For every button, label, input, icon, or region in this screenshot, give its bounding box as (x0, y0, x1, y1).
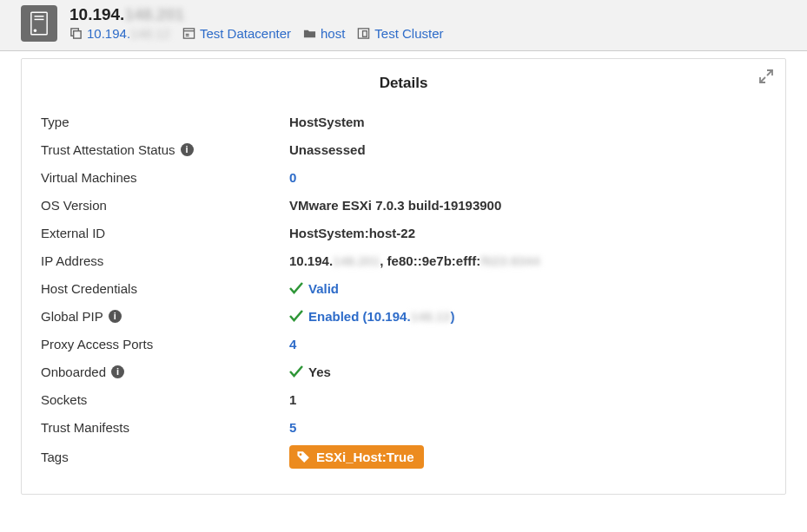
expand-icon[interactable] (759, 69, 773, 86)
info-icon[interactable]: i (111, 365, 124, 378)
svg-rect-6 (183, 29, 194, 38)
row-trust: Trust Attestation Status i Unassessed (41, 135, 766, 163)
label-ports: Proxy Access Ports (41, 337, 289, 351)
row-type: Type HostSystem (41, 108, 766, 135)
breadcrumb-host[interactable]: 10.194.148.12 (69, 26, 170, 41)
svg-rect-11 (363, 31, 367, 37)
value-pip[interactable]: Enabled (10.194.148.13) (289, 309, 454, 324)
svg-point-12 (300, 453, 302, 456)
check-icon (289, 310, 303, 322)
info-icon[interactable]: i (181, 143, 194, 156)
info-icon[interactable]: i (109, 310, 122, 323)
label-sockets: Sockets (41, 392, 289, 407)
value-creds[interactable]: Valid (289, 281, 339, 296)
row-sockets: Sockets 1 (41, 385, 766, 413)
label-onboard: Onboarded i (41, 365, 289, 379)
details-panel: Details Type HostSystem Trust Attestatio… (21, 58, 786, 495)
stack-icon (69, 27, 83, 40)
tag-icon (296, 450, 311, 464)
label-manifests: Trust Manifests (41, 420, 289, 435)
check-icon (289, 282, 303, 294)
value-ip: 10.194.148.201, fe80::9e7b:efff:f623:834… (289, 253, 540, 268)
value-type: HostSystem (289, 115, 365, 129)
label-os: OS Version (41, 198, 289, 213)
label-tags: Tags (41, 450, 289, 464)
value-vms[interactable]: 0 (289, 170, 296, 185)
breadcrumb-datacenter[interactable]: Test Datacenter (182, 26, 291, 41)
value-sockets: 1 (289, 392, 296, 407)
breadcrumb: 10.194.148.12 Test Datacenter (69, 26, 444, 41)
value-trust: Unassessed (289, 142, 366, 157)
row-pip: Global PIP i Enabled (10.194.148.13) (41, 302, 766, 330)
check-icon (289, 365, 303, 378)
value-os: VMware ESXi 7.0.3 build-19193900 (289, 198, 501, 213)
label-creds: Host Credentials (41, 281, 289, 296)
svg-point-3 (34, 30, 36, 31)
value-manifests[interactable]: 5 (289, 420, 296, 435)
label-pip: Global PIP i (41, 309, 289, 324)
datacenter-icon (182, 27, 195, 40)
row-extid: External ID HostSystem:host-22 (41, 219, 766, 246)
page-title: 10.194.148.201 (69, 5, 444, 24)
page-header: 10.194.148.201 10.194.148.12 (0, 0, 807, 51)
row-ports: Proxy Access Ports 4 (41, 330, 766, 358)
row-onboard: Onboarded i Yes (41, 358, 766, 385)
value-tags: ESXi_Host:True (289, 445, 424, 469)
value-onboard: Yes (289, 365, 331, 379)
label-ip: IP Address (41, 253, 289, 268)
row-tags: Tags ESXi_Host:True (41, 441, 766, 473)
row-vms: Virtual Machines 0 (41, 163, 766, 191)
value-extid: HostSystem:host-22 (289, 226, 415, 240)
row-os: OS Version VMware ESXi 7.0.3 build-19193… (41, 191, 766, 219)
breadcrumb-folder[interactable]: host (303, 26, 345, 41)
host-icon (21, 5, 57, 42)
cluster-icon (357, 27, 370, 40)
tag-chip[interactable]: ESXi_Host:True (289, 445, 424, 469)
panel-title: Details (41, 75, 766, 92)
label-vms: Virtual Machines (41, 170, 289, 185)
value-ports[interactable]: 4 (289, 337, 296, 351)
folder-icon (303, 27, 316, 40)
label-extid: External ID (41, 226, 289, 240)
row-creds: Host Credentials Valid (41, 274, 766, 302)
svg-rect-5 (74, 31, 81, 38)
label-trust: Trust Attestation Status i (41, 142, 289, 157)
label-type: Type (41, 115, 289, 129)
breadcrumb-cluster[interactable]: Test Cluster (357, 26, 443, 41)
row-manifests: Trust Manifests 5 (41, 413, 766, 441)
row-ip: IP Address 10.194.148.201, fe80::9e7b:ef… (41, 246, 766, 274)
